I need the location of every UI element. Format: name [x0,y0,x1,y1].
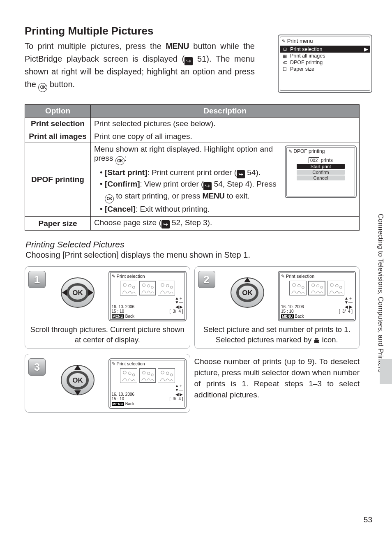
print-menu-item: ▦Print all images [280,53,370,59]
lcd-time: 15 : 10 [112,397,125,401]
thumbnail [120,281,137,295]
dpof-popup-item: Start print [297,164,345,169]
lcd-time: 15 : 10 [281,309,294,314]
opt-print-all-desc: Print one copy of all images. [91,130,360,143]
section-side-label: Connecting to Televisions, Computers, an… [376,214,385,378]
wrench-icon: ✎ [282,39,286,44]
down-minus-icon: ▼— [175,388,183,392]
dpof-confirm-text-c: to exit. [224,192,249,200]
ok-button-icon: OK [38,83,47,92]
step-2-card: 2 ✎ Print selection ▲＋ ▼— [194,266,360,349]
pm-item-1: Print all images [290,53,325,59]
lcd-time: 15 : 10 [112,309,125,314]
th-description: Description [91,104,360,117]
dpof-cancel-line: [Cancel]: Exit without printing. [100,203,285,215]
menu-tag: MENU [281,314,294,318]
left-right-icon: ◀ ▶ [175,305,183,309]
paper-size-desc-a: Choose page size ( [94,218,161,227]
print-menu-screenshot: ✎ Print menu ⊞Print selection▶ ▦Print al… [278,35,372,93]
lcd-counter-left: 3/ [173,397,176,401]
print-menu-title: Print menu [287,38,313,44]
step-2-caption: Select picture and set number of prints … [198,325,356,345]
menu-button-word: MENU [166,42,189,51]
lcd-title: Print selection [117,361,145,366]
lcd-title: Print selection [286,274,314,279]
page-ref-icon [161,220,170,228]
printer-icon: 🖶 [314,337,320,345]
thumbnail [289,281,307,295]
lcd-counter-right: 4 [178,397,181,401]
lcd-back: Back [295,314,304,318]
print-menu-item: ☐Paper size [280,66,370,72]
lcd-date: 16. 10. 2006 [281,305,304,309]
step2-cap-b: icon. [320,335,338,344]
step-3-side-text: Choose number of prints (up to 9). To de… [194,354,360,413]
page-ref-icon [203,182,212,190]
step-number-badge: 1 [28,271,46,288]
dpof-confirm-label: [Confirm] [105,180,140,188]
lcd-print-selection: ✎ Print selection ▲＋ ▼— 16. 10. 2006 ◀ ▶ [108,358,187,409]
wrench-icon: ✎ [112,274,115,279]
dpof-confirm-text-a: : View print order ( [140,180,203,188]
thumbnail [327,281,344,295]
grid-all-icon: ▦ [282,53,288,59]
pm-item-3: Paper size [290,66,314,72]
opt-dpof-label: DPOF printing [25,143,91,217]
thumbnail-selected [308,281,325,295]
dpof-start-text: : Print current print order ( [147,168,237,177]
pm-item-0: Print selection [290,46,323,52]
multi-selector-left-right-icon [57,274,98,311]
dpof-start-print-line: [Start print]: Print current print order… [100,167,285,178]
lcd-counter-left: 3/ [342,309,346,314]
grid-icon: ⊞ [282,46,288,52]
opt-paper-size-desc: Choose page size ( 52, Step 3). [91,217,360,231]
down-minus-icon: ▼— [175,300,183,305]
wrench-icon: ✎ [288,149,292,154]
lcd-counter-right: 4 [178,309,181,314]
lcd-date: 16. 10. 2006 [112,305,135,309]
options-table: Option Description Print selection Print… [25,104,360,231]
dpof-cancel-text: : Exit without printing. [136,205,210,213]
menu-tag: MENU [112,314,125,318]
lcd-print-selection: ✎ Print selection ▲＋ ▼— 16. 10. 2006 ◀ ▶ [278,271,356,321]
opt-print-selection-label: Print selection [25,117,91,130]
dpof-confirm-text-b: to start printing, or press [114,192,202,200]
lcd-back: Back [125,402,134,406]
menu-tag: MENU [112,402,125,406]
ok-button-icon: OK [115,156,125,165]
dpof-start-page: 54). [245,168,261,177]
dpof-confirm-line: [Confirm]: View print order ( 54, Step 4… [100,178,285,203]
section-tab-marker [380,359,392,384]
step-3-card: 3 ✎ Print selection ▲＋ ▼— [25,354,190,413]
lcd-counter-right: 4 [348,309,350,314]
dpof-prints-label: prints [321,157,333,163]
intro-text-3: button. [47,80,75,89]
thumbnail [158,368,175,383]
page-ref-icon [237,170,245,178]
opt-print-selection-desc: Print selected pictures (see below). [91,117,360,130]
print-menu-item-selected: ⊞Print selection▶ [280,46,370,53]
subheading-desc: Choosing [Print selection] displays the … [25,250,376,260]
pm-item-2: DPOF printing [290,60,323,65]
lcd-back: Back [125,314,134,318]
steps-container: 1 ✎ Print selection ▲＋ ▼— [25,266,360,413]
paper-size-desc-page: 52, Step 3). [170,218,212,227]
down-minus-icon: ▼— [344,300,353,305]
page-icon: ☐ [282,67,288,72]
print-menu-item: 🏷DPOF printing [280,59,370,66]
wrench-icon: ✎ [281,274,285,279]
opt-print-all-label: Print all images [25,130,91,143]
wrench-icon: ✎ [112,361,115,367]
th-option: Option [25,104,91,117]
dpof-popup-title: DPOF printing [293,148,325,154]
left-right-icon: ◀ ▶ [175,392,183,397]
dpof-start-label: [Start print] [105,168,147,177]
dpof-popup-item: Cancel [297,175,345,180]
intro-text-1: To print multiple pictures, press the [25,42,166,51]
page-number: 53 [364,515,372,524]
thumbnail [120,368,137,383]
dpof-prints-value: 002 [309,157,319,163]
step-1-caption: Scroll through pictures. Current picture… [28,325,187,345]
lcd-print-selection: ✎ Print selection ▲＋ ▼— 16. 10. 2006 ◀ ▶ [108,271,187,321]
tag-icon: 🏷 [282,60,288,65]
